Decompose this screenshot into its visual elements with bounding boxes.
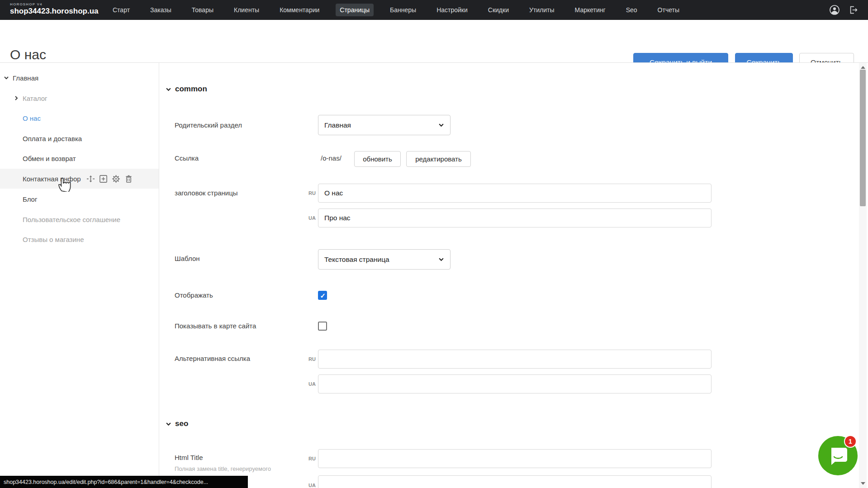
template-label: Шаблон	[175, 255, 310, 262]
page-edit-form: common Родительский раздел Главная Ссылк…	[159, 63, 859, 488]
template-value: Текстовая страница	[324, 256, 389, 264]
lang-ru-badge: RU	[298, 456, 316, 461]
menu-item-pages[interactable]: Страницы	[336, 4, 374, 16]
alt-link-ua-input[interactable]	[318, 374, 711, 393]
menu-item-seo[interactable]: Seo	[622, 4, 641, 16]
section-seo-toggle[interactable]: seo	[166, 419, 188, 428]
alt-link-ru-input[interactable]	[318, 350, 711, 369]
scrollbar-thumb[interactable]	[860, 70, 866, 206]
sidebar-item-label: Обмен и возврат	[23, 155, 76, 162]
scroll-down-arrow[interactable]	[859, 480, 867, 487]
display-checkbox[interactable]	[318, 291, 327, 300]
sidebar-item-o-nas[interactable]: О нас	[0, 108, 159, 128]
sidebar-item-kontaktnaya-informatsiya[interactable]: Контактная инфор	[0, 169, 159, 189]
menu-item-products[interactable]: Товары	[188, 4, 218, 16]
parent-section-select[interactable]: Главная	[318, 115, 451, 135]
menu-item-reports[interactable]: Отчеты	[654, 4, 683, 16]
menu-item-banners[interactable]: Баннеры	[386, 4, 420, 16]
pages-tree-sidebar: Главная Каталог О нас Оплата и доставка …	[0, 63, 159, 488]
chevron-right-icon	[14, 95, 19, 101]
page-title-ua-input[interactable]	[318, 208, 711, 227]
menu-item-marketing[interactable]: Маркетинг	[571, 4, 610, 16]
alt-link-label: Альтернативная ссылка	[175, 355, 310, 362]
sitemap-checkbox[interactable]	[318, 322, 327, 331]
menu-item-discounts[interactable]: Скидки	[484, 4, 513, 16]
page-title: О нас	[10, 47, 46, 62]
chevron-down-icon	[438, 122, 444, 128]
section-common-label: common	[175, 85, 207, 94]
page-header: О нас Сохранить и выйти Сохранить Отмени…	[0, 20, 868, 62]
sidebar-item-glavnaya[interactable]: Главная	[0, 68, 159, 88]
user-account-icon[interactable]	[829, 5, 840, 15]
chevron-down-icon	[438, 256, 444, 262]
page-title-ru-input[interactable]	[318, 184, 711, 203]
sidebar-item-label: Блог	[23, 195, 37, 203]
menu-item-comments[interactable]: Комментарии	[275, 4, 323, 16]
status-url-bar: shop34423.horoshop.ua/edit/edit.php?id=6…	[0, 476, 248, 488]
sidebar-item-label: Оплата и доставка	[23, 135, 82, 142]
link-update-button[interactable]: обновить	[354, 151, 401, 167]
sidebar-item-label: Главная	[13, 74, 38, 82]
menu-item-settings[interactable]: Настройки	[432, 4, 472, 16]
link-label: Ссылка	[175, 154, 310, 162]
sidebar-item-obmen-i-vozvrat[interactable]: Обмен и возврат	[0, 148, 159, 168]
tree-row-actions	[86, 175, 133, 183]
sidebar-item-label: Отзывы о магазине	[23, 236, 84, 243]
sidebar-item-label: Контактная инфор	[23, 175, 81, 183]
logo[interactable]: HOROSHOP V4 shop34423.horoshop.ua	[10, 2, 99, 16]
lang-ru-badge: RU	[298, 356, 316, 362]
section-common-toggle[interactable]: common	[166, 85, 207, 94]
chevron-down-icon	[4, 75, 9, 81]
lang-ua-badge: UA	[298, 215, 316, 221]
sidebar-item-label: Пользовательское соглашение	[23, 216, 120, 223]
logo-version-label: HOROSHOP V4	[10, 2, 99, 6]
html-title-label: Html Title	[175, 454, 310, 461]
html-title-caption: Полная замена title, генерируемого	[175, 465, 324, 472]
link-value: /o-nas/	[321, 154, 342, 162]
app-window: HOROSHOP V4 shop34423.horoshop.ua Старт …	[0, 0, 868, 488]
menu-item-orders[interactable]: Заказы	[146, 4, 175, 16]
sidebar-item-katalog[interactable]: Каталог	[0, 88, 159, 108]
sidebar-item-polzovatelskoe-soglashenie[interactable]: Пользовательское соглашение	[0, 209, 159, 229]
move-icon[interactable]	[86, 175, 95, 183]
delete-trash-icon[interactable]	[124, 175, 133, 183]
html-title-ua-input[interactable]	[318, 475, 711, 488]
parent-section-label: Родительский раздел	[175, 121, 310, 129]
settings-gear-icon[interactable]	[112, 175, 120, 183]
vertical-scrollbar[interactable]	[859, 63, 867, 488]
section-seo-label: seo	[175, 419, 188, 428]
logout-icon[interactable]	[849, 5, 859, 15]
chevron-down-icon	[166, 421, 171, 427]
menu-item-clients[interactable]: Клиенты	[230, 4, 263, 16]
sidebar-item-label: О нас	[23, 114, 41, 122]
display-label: Отображать	[175, 291, 310, 299]
main-menu: Старт Заказы Товары Клиенты Комментарии …	[109, 0, 683, 20]
page-title-field-label: заголовок страницы	[175, 189, 310, 197]
sidebar-item-blog[interactable]: Блог	[0, 189, 159, 209]
html-title-ru-input[interactable]	[318, 449, 711, 468]
lang-ru-badge: RU	[298, 190, 316, 196]
logo-domain-label: shop34423.horoshop.ua	[10, 7, 99, 16]
sidebar-item-oplata-i-dostavka[interactable]: Оплата и доставка	[0, 128, 159, 148]
add-page-icon[interactable]	[99, 175, 108, 183]
lang-ua-badge: UA	[298, 483, 316, 488]
menu-item-start[interactable]: Старт	[109, 4, 134, 16]
sidebar-item-label: Каталог	[23, 95, 47, 102]
link-edit-button[interactable]: редактировать	[406, 151, 471, 167]
sidebar-item-otzyvy-o-magazine[interactable]: Отзывы о магазине	[0, 229, 159, 249]
chevron-down-icon	[166, 86, 171, 92]
sitemap-label: Показывать в карте сайта	[175, 322, 310, 330]
parent-section-value: Главная	[324, 121, 351, 129]
chat-notification-badge: 1	[844, 435, 857, 448]
chat-bubble-icon	[828, 446, 849, 466]
top-navbar: HOROSHOP V4 shop34423.horoshop.ua Старт …	[0, 0, 868, 20]
menu-item-utilities[interactable]: Утилиты	[525, 4, 559, 16]
lang-ua-badge: UA	[298, 381, 316, 387]
template-select[interactable]: Текстовая страница	[318, 249, 451, 270]
